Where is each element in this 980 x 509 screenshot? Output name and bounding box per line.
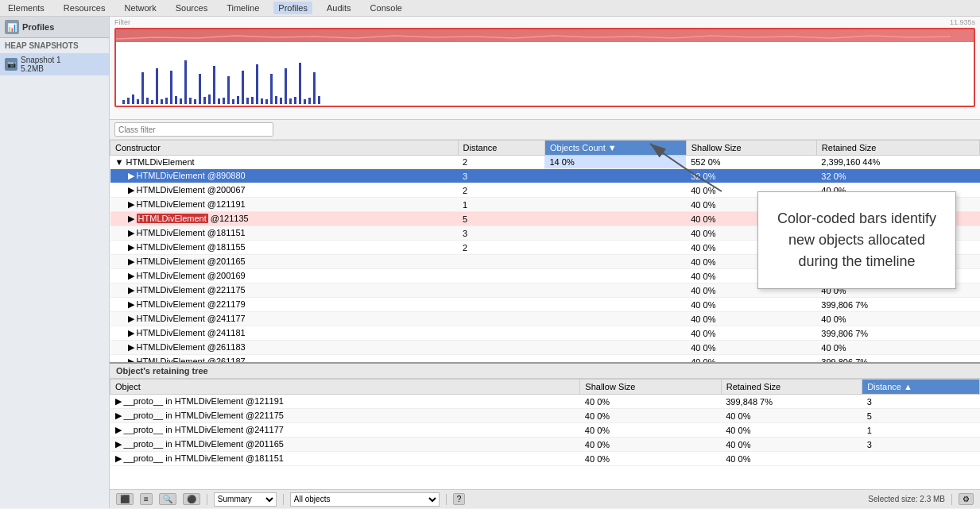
distance-cell [458,255,544,269]
objects-cell [544,226,686,241]
menu-resources[interactable]: Resources [59,2,110,14]
status-btn-1[interactable]: ⬛ [116,493,134,505]
timeline-bar [170,71,172,104]
distance-cell [458,326,544,341]
timeline-bar [208,94,211,104]
col-constructor[interactable]: Constructor [110,141,459,156]
timeline-bar [294,97,296,104]
constructor-cell: ▶ HTMLDivElement @241177 [110,312,459,326]
status-btn-3[interactable]: 🔍 [159,493,176,505]
constructor-cell: ▶ HTMLDivElement @221179 [110,298,459,312]
table-row[interactable]: ▼ HTMLDivElement214 0%552 0%2,399,160 44… [110,156,980,169]
timeline-bar [223,98,225,104]
retained-cell: 399,806 7% [816,298,979,312]
timeline-area[interactable]: Filter 11.935s [110,17,980,120]
ret-distance-cell: 3 [862,438,980,452]
table-row[interactable]: ▶ HTMLDivElement @24117740 0%40 0% [110,312,980,326]
timeline-bar [265,99,268,104]
objects-cell [544,341,686,355]
shallow-cell: 40 0% [686,341,816,355]
timeline-bar [199,74,201,104]
timeline-bar [141,72,144,104]
rcol-retained[interactable]: Retained Size [721,380,862,395]
status-btn-4[interactable]: ⚫ [183,493,200,505]
timeline-bar [122,100,125,104]
ret-retained-cell: 40 0% [721,409,862,423]
snapshot-info: Snapshot 1 5.2MB [21,56,61,73]
settings-btn[interactable]: ⚙ [959,493,974,505]
shallow-cell: 40 0% [686,326,816,341]
retaining-row[interactable]: ▶ __proto__ in HTMLDivElement @12119140 … [110,395,980,409]
constructor-cell: ▶ HTMLDivElement @200067 [110,183,459,198]
help-btn[interactable]: ? [453,493,466,505]
ret-retained-cell: 40 0% [721,452,862,466]
timeline-header: Filter 11.935s [111,18,978,28]
ret-object-cell: ▶ __proto__ in HTMLDivElement @221175 [110,409,580,423]
constructor-cell: ▶ HTMLDivElement @121191 [110,198,459,212]
ret-retained-cell: 40 0% [721,423,862,438]
class-filter-input[interactable] [114,122,273,137]
ret-object-cell: ▶ __proto__ in HTMLDivElement @201165 [110,438,580,452]
menu-elements[interactable]: Elements [3,2,49,14]
retaining-row[interactable]: ▶ __proto__ in HTMLDivElement @20116540 … [110,438,980,452]
menu-profiles[interactable]: Profiles [273,2,312,14]
timeline-top-bar [116,29,974,42]
timeline-bar [194,99,196,104]
timeline-bar [213,66,215,104]
summary-select[interactable]: Summary Containment Dominators [214,492,277,507]
constructor-cell: ▶ HTMLDivElement @890880 [110,169,459,183]
profiles-icon: 📊 [5,20,19,34]
retaining-row[interactable]: ▶ __proto__ in HTMLDivElement @22117540 … [110,409,980,423]
col-distance[interactable]: Distance [458,141,544,156]
ret-shallow-cell: 40 0% [580,423,721,438]
content-area: Filter 11.935s [110,17,980,508]
menu-network[interactable]: Network [119,2,161,14]
timeline-bar [242,71,244,104]
timeline-bar [161,99,163,104]
sidebar-header: 📊 Profiles [0,17,109,38]
timeline-canvas[interactable] [114,28,975,107]
retaining-table-container[interactable]: Object Shallow Size Retained Size Distan… [110,379,980,489]
table-row[interactable]: ▶ HTMLDivElement @22117940 0%399,806 7% [110,298,980,312]
timeline-bar [280,98,282,104]
shallow-cell: 40 0% [686,298,816,312]
timeline-bar [299,63,301,104]
retaining-row[interactable]: ▶ __proto__ in HTMLDivElement @24117740 … [110,423,980,438]
table-row[interactable]: ▶ HTMLDivElement @890880332 0%32 0% [110,169,980,183]
table-row[interactable]: ▶ HTMLDivElement @26118740 0%399,806 7% [110,355,980,363]
retaining-row[interactable]: ▶ __proto__ in HTMLDivElement @18115140 … [110,452,980,466]
snapshot-label: Snapshot 1 [21,56,61,64]
timeline-bar [256,64,258,104]
status-btn-2[interactable]: ≡ [140,493,153,505]
distance-cell [458,269,544,283]
table-row[interactable]: ▶ HTMLDivElement @26118340 0%40 0% [110,341,980,355]
rcol-distance[interactable]: Distance ▲ [862,380,980,395]
menu-timeline[interactable]: Timeline [222,2,264,14]
retained-cell: 399,806 7% [816,326,979,341]
filter-select[interactable]: All objects Objects allocated between sn… [290,492,440,507]
distance-cell: 1 [458,198,544,212]
menu-audits[interactable]: Audits [322,2,356,14]
timeline-bar [270,74,273,104]
rcol-object[interactable]: Object [110,380,580,395]
menu-sources[interactable]: Sources [171,2,212,14]
distance-cell [458,283,544,298]
ret-object-cell: ▶ __proto__ in HTMLDivElement @181151 [110,452,580,466]
menu-console[interactable]: Console [366,2,407,14]
snapshot-item[interactable]: 📷 Snapshot 1 5.2MB [0,53,109,75]
distance-cell: 2 [458,183,544,198]
timeline-bar [203,97,206,104]
col-retained[interactable]: Retained Size [816,141,979,156]
table-row[interactable]: ▶ HTMLDivElement @24118140 0%399,806 7% [110,326,980,341]
rcol-shallow[interactable]: Shallow Size [580,380,721,395]
distance-cell [458,312,544,326]
ret-shallow-cell: 40 0% [580,409,721,423]
retained-cell: 40 0% [816,312,979,326]
timeline-right-label: 11.935s [950,18,975,26]
col-shallow[interactable]: Shallow Size [686,141,816,156]
col-objects[interactable]: Objects Count ▼ [544,141,686,156]
ret-object-cell: ▶ __proto__ in HTMLDivElement @121191 [110,395,580,409]
timeline-bar [261,98,263,104]
snapshot-sublabel: 5.2MB [21,64,61,73]
constructor-cell: ▶ HTMLDivElement @181155 [110,241,459,255]
